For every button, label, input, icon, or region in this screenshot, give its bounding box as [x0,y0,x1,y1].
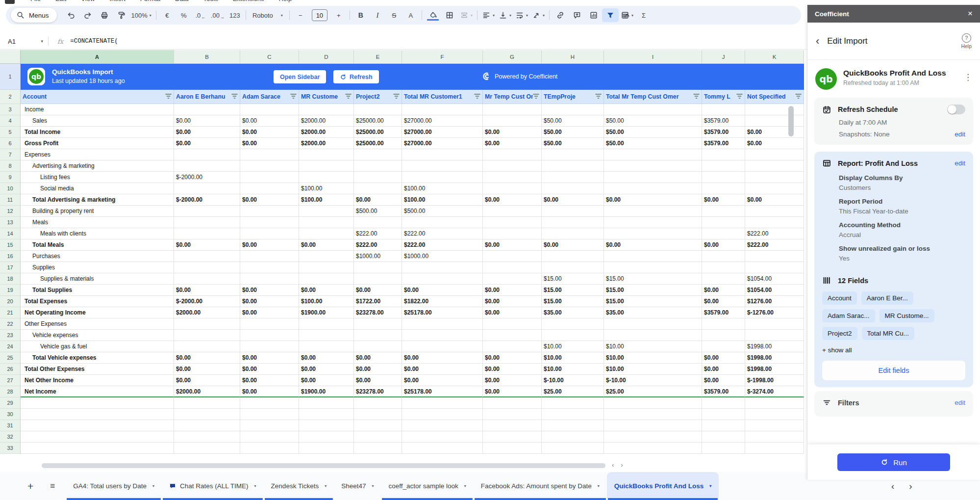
edit-report-link[interactable]: edit [955,159,965,167]
cell[interactable] [174,206,240,217]
borders-button[interactable] [441,8,458,22]
cell[interactable] [402,149,483,160]
cell[interactable] [604,183,702,194]
cell[interactable] [402,409,483,420]
row-number[interactable]: 25 [0,352,21,364]
cell[interactable] [483,262,542,273]
close-icon[interactable]: × [968,9,973,19]
cell[interactable]: $0.00 [299,364,354,375]
cell[interactable] [174,341,240,352]
cell[interactable] [402,420,483,431]
cell[interactable]: $0.00 [745,127,804,138]
account-cell[interactable]: Total Meals [21,239,174,251]
cell[interactable] [745,104,804,115]
cell[interactable]: $0.00 [402,285,483,296]
cell[interactable] [240,206,299,217]
account-cell[interactable] [21,443,174,454]
refresh-schedule-toggle[interactable] [947,105,965,114]
cell[interactable]: $25000.00 [354,127,402,138]
cell[interactable] [354,262,402,273]
font-size-input[interactable]: 10 [309,8,330,22]
cell[interactable]: $15.00 [542,285,604,296]
cell[interactable] [702,273,745,285]
cell[interactable]: $0.00 [402,364,483,375]
cell[interactable]: $-10.00 [542,375,604,386]
menu-file[interactable]: File [30,0,41,4]
cell[interactable] [483,172,542,183]
cell[interactable]: $0.00 [174,239,240,251]
redo-button[interactable] [79,8,96,22]
account-cell[interactable]: Purchases [21,251,174,262]
cell[interactable] [483,431,542,443]
cell[interactable] [604,149,702,160]
cell[interactable] [542,262,604,273]
increase-font-size-button[interactable]: + [330,8,347,22]
column-letter-H[interactable]: H [542,50,604,64]
cell[interactable]: $100.00 [299,296,354,307]
cell[interactable]: $3579.00 [702,307,745,318]
menus-button[interactable]: Menus [11,8,57,23]
cell[interactable] [604,104,702,115]
cell[interactable]: $3579.00 [702,115,745,127]
cell[interactable]: $100.00 [402,194,483,206]
open-sidebar-button[interactable]: Open Sidebar [274,70,326,83]
cell[interactable]: $0.00 [702,285,745,296]
column-letter-E[interactable]: E [354,50,402,64]
account-cell[interactable]: Total Advertising & marketing [21,194,174,206]
cell[interactable] [483,228,542,239]
cell[interactable]: $-1998.00 [745,375,804,386]
row-number[interactable]: 17 [0,262,21,273]
row-number[interactable]: 27 [0,375,21,386]
cell[interactable]: $222.00 [402,239,483,251]
column-header-I[interactable]: Total Mr Temp Cust Omer [604,90,702,104]
filter-button-icon[interactable] [795,93,802,99]
cell[interactable]: $0.00 [174,375,240,386]
cell[interactable] [240,318,299,330]
column-letter-G[interactable]: G [483,50,542,64]
cell[interactable]: $0.00 [240,127,299,138]
cell[interactable] [483,409,542,420]
row-number[interactable]: 31 [0,420,21,431]
cell[interactable] [745,262,804,273]
sheet-tab[interactable]: coeff_actor sample look▾ [381,472,473,500]
kebab-menu-icon[interactable]: ⋮ [964,72,972,90]
cell[interactable]: $25178.00 [402,386,483,397]
cell[interactable] [354,420,402,431]
cell[interactable]: $0.00 [240,239,299,251]
cell[interactable]: $0.00 [702,194,745,206]
cell[interactable]: $50.00 [604,115,702,127]
cell[interactable] [542,228,604,239]
cell[interactable] [745,149,804,160]
cell[interactable]: $2000.00 [174,307,240,318]
column-header-B[interactable]: Aaron E Berhanu [174,90,240,104]
cell[interactable]: $35.00 [542,307,604,318]
cell[interactable] [240,217,299,228]
account-cell[interactable]: Total Income [21,127,174,138]
cell[interactable]: $50.00 [542,127,604,138]
cell[interactable]: $0.00 [299,239,354,251]
cell[interactable]: $15.00 [542,273,604,285]
cell[interactable]: $2000.00 [299,127,354,138]
cell[interactable] [483,420,542,431]
cell[interactable]: $1998.00 [745,352,804,364]
increase-decimal-button[interactable]: .00→ [209,8,226,22]
column-header-F[interactable]: Total MR Customer1 [402,90,483,104]
cell[interactable]: $0.00 [483,239,542,251]
cell[interactable]: $0.00 [174,127,240,138]
cell[interactable] [299,273,354,285]
row-number[interactable]: 3 [0,104,21,115]
cell[interactable] [542,409,604,420]
cell[interactable]: $50.00 [604,138,702,149]
horizontal-scrollbar-thumb[interactable] [42,463,605,468]
vertical-align-button[interactable]: ▾ [497,8,513,22]
chevron-down-icon[interactable]: ▾ [152,484,154,488]
row-number[interactable]: 10 [0,183,21,194]
account-cell[interactable] [21,420,174,431]
cell[interactable] [542,183,604,194]
cell[interactable] [299,217,354,228]
cell[interactable] [483,330,542,341]
row-number[interactable]: 26 [0,364,21,375]
account-cell[interactable]: Total Other Expenses [21,364,174,375]
cell[interactable]: $0.00 [299,285,354,296]
cell[interactable]: $0.00 [702,364,745,375]
